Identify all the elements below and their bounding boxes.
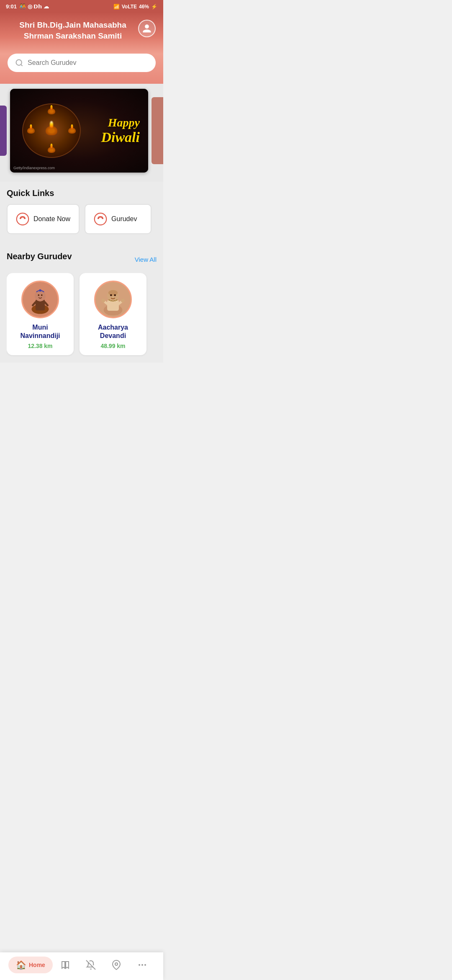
status-left: 9:01 🧑‍🤝‍🧑 ◎ 𝗗𝗵 ☁ (6, 3, 49, 10)
svg-point-12 (38, 294, 39, 296)
wifi-icon: 📶 (113, 4, 120, 10)
aacharya-avatar-image (95, 281, 131, 318)
diwali-label: Diwali (101, 129, 140, 145)
svg-rect-17 (107, 300, 119, 311)
svg-point-5 (99, 218, 102, 221)
banner-section: Happy Diwali Getty/indianexpress.com (0, 84, 163, 182)
gurudev-quick-icon (94, 212, 107, 226)
svg-point-23 (121, 299, 125, 302)
svg-line-1 (21, 64, 23, 66)
signal-icons: VoLTE (122, 4, 137, 10)
status-time: 9:01 (6, 3, 17, 10)
status-icons: 🧑‍🤝‍🧑 ◎ 𝗗𝗵 ☁ (19, 3, 49, 10)
quick-links-row: Donate Now Gurudev P (7, 204, 157, 237)
battery-icon: ⚡ (151, 4, 157, 10)
search-container (0, 54, 163, 84)
banner-side-right (152, 97, 163, 164)
donate-icon (16, 212, 29, 226)
diya-left (27, 128, 35, 134)
svg-point-20 (110, 294, 112, 297)
diwali-banner: Happy Diwali Getty/indianexpress.com (10, 89, 148, 173)
diya-right (68, 128, 76, 134)
app-header: Shri Bh.Dig.Jain Mahasabha Shrman Saraks… (0, 12, 163, 54)
svg-point-21 (114, 294, 116, 297)
status-bar: 9:01 🧑‍🤝‍🧑 ◎ 𝗗𝗵 ☁ 📶 VoLTE 46% ⚡ (0, 0, 163, 12)
quick-links-section: Quick Links Donate Now Gurudev (0, 182, 163, 241)
svg-point-14 (39, 289, 41, 292)
aacharya-name: Aacharya Devandi (98, 323, 128, 340)
svg-point-22 (101, 299, 105, 302)
gurudev-label: Gurudev (111, 215, 137, 223)
app-title: Shri Bh.Dig.Jain Mahasabha Shrman Saraks… (8, 20, 138, 41)
quick-links-title: Quick Links (7, 188, 157, 198)
banner-side-left (0, 106, 7, 156)
banner-wrapper: Happy Diwali Getty/indianexpress.com (0, 84, 163, 178)
battery-level: 46% (139, 4, 149, 10)
search-input[interactable] (28, 59, 148, 67)
nearby-section: Nearby Gurudev View All (0, 245, 163, 363)
view-all-button[interactable]: View All (135, 256, 157, 263)
center-diya (46, 126, 57, 135)
aacharya-avatar (94, 281, 132, 318)
bottom-spacer (0, 363, 163, 396)
flame-left (30, 124, 32, 129)
gurudev-card-muni[interactable]: Muni Navinnandiji 12.38 km (7, 273, 74, 355)
muni-distance: 12.38 km (28, 343, 52, 349)
muni-avatar (21, 281, 59, 318)
nearby-header: Nearby Gurudev View All (7, 252, 157, 267)
search-bar[interactable] (8, 54, 156, 72)
banner-background: Happy Diwali Getty/indianexpress.com (10, 89, 148, 173)
flame-bottom (51, 144, 53, 148)
status-right: 📶 VoLTE 46% ⚡ (113, 4, 157, 10)
diya-decoration (10, 89, 93, 173)
center-flame (50, 121, 53, 128)
search-icon (15, 59, 23, 67)
svg-point-13 (41, 294, 43, 296)
svg-point-0 (16, 60, 22, 65)
flame-right (71, 124, 73, 129)
muni-name: Muni Navinnandiji (20, 323, 60, 340)
gurudev-card-aacharya[interactable]: Aacharya Devandi 48.99 km (80, 273, 146, 355)
profile-button[interactable] (138, 20, 156, 37)
banner-text: Happy Diwali (101, 116, 140, 145)
muni-avatar-image (23, 281, 58, 318)
plate (22, 103, 81, 158)
happy-label: Happy (101, 116, 140, 129)
flame-top (51, 105, 53, 109)
gurudev-cards-row: Muni Navinnandiji 12.38 km (7, 273, 157, 359)
banner-credit: Getty/indianexpress.com (13, 166, 55, 170)
svg-point-3 (21, 218, 24, 221)
svg-point-19 (108, 290, 118, 296)
donate-now-button[interactable]: Donate Now (7, 204, 80, 234)
diya-top (48, 108, 55, 114)
profile-icon (142, 23, 152, 34)
diya-bottom (48, 147, 55, 153)
donate-label: Donate Now (33, 215, 70, 223)
section-spacer (0, 241, 163, 245)
nearby-title: Nearby Gurudev (7, 252, 72, 261)
gurudev-button[interactable]: Gurudev (85, 204, 152, 234)
aacharya-distance: 48.99 km (100, 343, 125, 349)
